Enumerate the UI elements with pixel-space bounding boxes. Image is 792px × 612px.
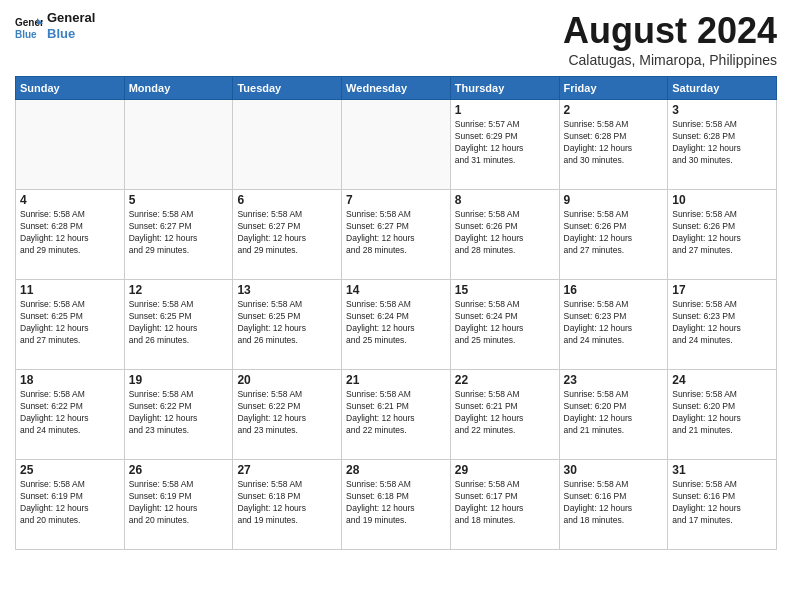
day-number: 16 [564, 283, 664, 297]
calendar-cell: 10Sunrise: 5:58 AM Sunset: 6:26 PM Dayli… [668, 190, 777, 280]
calendar-cell [342, 100, 451, 190]
day-info: Sunrise: 5:58 AM Sunset: 6:24 PM Dayligh… [346, 299, 446, 347]
calendar-cell: 20Sunrise: 5:58 AM Sunset: 6:22 PM Dayli… [233, 370, 342, 460]
month-title: August 2024 [563, 10, 777, 52]
calendar-cell: 15Sunrise: 5:58 AM Sunset: 6:24 PM Dayli… [450, 280, 559, 370]
logo: General Blue General Blue [15, 10, 95, 41]
day-info: Sunrise: 5:58 AM Sunset: 6:25 PM Dayligh… [20, 299, 120, 347]
calendar-cell: 21Sunrise: 5:58 AM Sunset: 6:21 PM Dayli… [342, 370, 451, 460]
day-number: 1 [455, 103, 555, 117]
location: Calatugas, Mimaropa, Philippines [563, 52, 777, 68]
svg-text:Blue: Blue [15, 29, 37, 40]
day-number: 18 [20, 373, 120, 387]
calendar-cell: 13Sunrise: 5:58 AM Sunset: 6:25 PM Dayli… [233, 280, 342, 370]
title-area: August 2024 Calatugas, Mimaropa, Philipp… [563, 10, 777, 68]
day-number: 31 [672, 463, 772, 477]
day-number: 24 [672, 373, 772, 387]
calendar-cell: 28Sunrise: 5:58 AM Sunset: 6:18 PM Dayli… [342, 460, 451, 550]
calendar-day-header: Thursday [450, 77, 559, 100]
calendar-cell: 17Sunrise: 5:58 AM Sunset: 6:23 PM Dayli… [668, 280, 777, 370]
day-info: Sunrise: 5:58 AM Sunset: 6:18 PM Dayligh… [346, 479, 446, 527]
day-number: 9 [564, 193, 664, 207]
calendar-cell: 23Sunrise: 5:58 AM Sunset: 6:20 PM Dayli… [559, 370, 668, 460]
day-info: Sunrise: 5:58 AM Sunset: 6:26 PM Dayligh… [564, 209, 664, 257]
day-info: Sunrise: 5:58 AM Sunset: 6:26 PM Dayligh… [672, 209, 772, 257]
calendar-day-header: Sunday [16, 77, 125, 100]
calendar-cell: 27Sunrise: 5:58 AM Sunset: 6:18 PM Dayli… [233, 460, 342, 550]
calendar-cell: 7Sunrise: 5:58 AM Sunset: 6:27 PM Daylig… [342, 190, 451, 280]
day-info: Sunrise: 5:58 AM Sunset: 6:19 PM Dayligh… [129, 479, 229, 527]
day-info: Sunrise: 5:58 AM Sunset: 6:25 PM Dayligh… [129, 299, 229, 347]
logo-icon: General Blue [15, 12, 43, 40]
day-number: 8 [455, 193, 555, 207]
day-info: Sunrise: 5:58 AM Sunset: 6:19 PM Dayligh… [20, 479, 120, 527]
day-info: Sunrise: 5:58 AM Sunset: 6:25 PM Dayligh… [237, 299, 337, 347]
calendar-cell: 12Sunrise: 5:58 AM Sunset: 6:25 PM Dayli… [124, 280, 233, 370]
day-number: 15 [455, 283, 555, 297]
logo-line1: General [47, 10, 95, 26]
day-number: 25 [20, 463, 120, 477]
day-number: 30 [564, 463, 664, 477]
calendar-day-header: Wednesday [342, 77, 451, 100]
header: General Blue General Blue August 2024 Ca… [15, 10, 777, 68]
day-info: Sunrise: 5:58 AM Sunset: 6:18 PM Dayligh… [237, 479, 337, 527]
day-number: 14 [346, 283, 446, 297]
calendar-table: SundayMondayTuesdayWednesdayThursdayFrid… [15, 76, 777, 550]
calendar-cell: 19Sunrise: 5:58 AM Sunset: 6:22 PM Dayli… [124, 370, 233, 460]
day-info: Sunrise: 5:58 AM Sunset: 6:22 PM Dayligh… [237, 389, 337, 437]
day-info: Sunrise: 5:58 AM Sunset: 6:17 PM Dayligh… [455, 479, 555, 527]
day-number: 3 [672, 103, 772, 117]
day-number: 7 [346, 193, 446, 207]
calendar-week-row: 25Sunrise: 5:58 AM Sunset: 6:19 PM Dayli… [16, 460, 777, 550]
day-number: 29 [455, 463, 555, 477]
day-number: 5 [129, 193, 229, 207]
day-info: Sunrise: 5:58 AM Sunset: 6:27 PM Dayligh… [346, 209, 446, 257]
day-info: Sunrise: 5:58 AM Sunset: 6:28 PM Dayligh… [564, 119, 664, 167]
day-info: Sunrise: 5:58 AM Sunset: 6:27 PM Dayligh… [129, 209, 229, 257]
day-number: 20 [237, 373, 337, 387]
calendar-day-header: Saturday [668, 77, 777, 100]
day-number: 11 [20, 283, 120, 297]
calendar-week-row: 4Sunrise: 5:58 AM Sunset: 6:28 PM Daylig… [16, 190, 777, 280]
calendar-cell: 16Sunrise: 5:58 AM Sunset: 6:23 PM Dayli… [559, 280, 668, 370]
calendar-cell: 24Sunrise: 5:58 AM Sunset: 6:20 PM Dayli… [668, 370, 777, 460]
calendar-cell: 9Sunrise: 5:58 AM Sunset: 6:26 PM Daylig… [559, 190, 668, 280]
calendar-cell: 2Sunrise: 5:58 AM Sunset: 6:28 PM Daylig… [559, 100, 668, 190]
calendar-cell [16, 100, 125, 190]
day-info: Sunrise: 5:58 AM Sunset: 6:23 PM Dayligh… [564, 299, 664, 347]
day-info: Sunrise: 5:58 AM Sunset: 6:21 PM Dayligh… [455, 389, 555, 437]
calendar-cell [124, 100, 233, 190]
day-number: 21 [346, 373, 446, 387]
day-number: 22 [455, 373, 555, 387]
day-info: Sunrise: 5:58 AM Sunset: 6:20 PM Dayligh… [672, 389, 772, 437]
calendar-week-row: 1Sunrise: 5:57 AM Sunset: 6:29 PM Daylig… [16, 100, 777, 190]
calendar-cell: 25Sunrise: 5:58 AM Sunset: 6:19 PM Dayli… [16, 460, 125, 550]
day-info: Sunrise: 5:58 AM Sunset: 6:24 PM Dayligh… [455, 299, 555, 347]
calendar-cell: 30Sunrise: 5:58 AM Sunset: 6:16 PM Dayli… [559, 460, 668, 550]
calendar-cell: 1Sunrise: 5:57 AM Sunset: 6:29 PM Daylig… [450, 100, 559, 190]
day-info: Sunrise: 5:57 AM Sunset: 6:29 PM Dayligh… [455, 119, 555, 167]
day-info: Sunrise: 5:58 AM Sunset: 6:28 PM Dayligh… [672, 119, 772, 167]
calendar-day-header: Friday [559, 77, 668, 100]
day-number: 26 [129, 463, 229, 477]
calendar-cell: 29Sunrise: 5:58 AM Sunset: 6:17 PM Dayli… [450, 460, 559, 550]
day-info: Sunrise: 5:58 AM Sunset: 6:16 PM Dayligh… [564, 479, 664, 527]
day-number: 28 [346, 463, 446, 477]
calendar-day-header: Monday [124, 77, 233, 100]
day-number: 17 [672, 283, 772, 297]
day-number: 13 [237, 283, 337, 297]
day-info: Sunrise: 5:58 AM Sunset: 6:26 PM Dayligh… [455, 209, 555, 257]
calendar-cell: 4Sunrise: 5:58 AM Sunset: 6:28 PM Daylig… [16, 190, 125, 280]
calendar-cell: 3Sunrise: 5:58 AM Sunset: 6:28 PM Daylig… [668, 100, 777, 190]
calendar-cell: 5Sunrise: 5:58 AM Sunset: 6:27 PM Daylig… [124, 190, 233, 280]
calendar-cell: 14Sunrise: 5:58 AM Sunset: 6:24 PM Dayli… [342, 280, 451, 370]
calendar-week-row: 18Sunrise: 5:58 AM Sunset: 6:22 PM Dayli… [16, 370, 777, 460]
day-info: Sunrise: 5:58 AM Sunset: 6:23 PM Dayligh… [672, 299, 772, 347]
day-number: 10 [672, 193, 772, 207]
day-info: Sunrise: 5:58 AM Sunset: 6:21 PM Dayligh… [346, 389, 446, 437]
day-info: Sunrise: 5:58 AM Sunset: 6:20 PM Dayligh… [564, 389, 664, 437]
day-number: 19 [129, 373, 229, 387]
calendar-cell [233, 100, 342, 190]
day-info: Sunrise: 5:58 AM Sunset: 6:28 PM Dayligh… [20, 209, 120, 257]
day-info: Sunrise: 5:58 AM Sunset: 6:22 PM Dayligh… [129, 389, 229, 437]
